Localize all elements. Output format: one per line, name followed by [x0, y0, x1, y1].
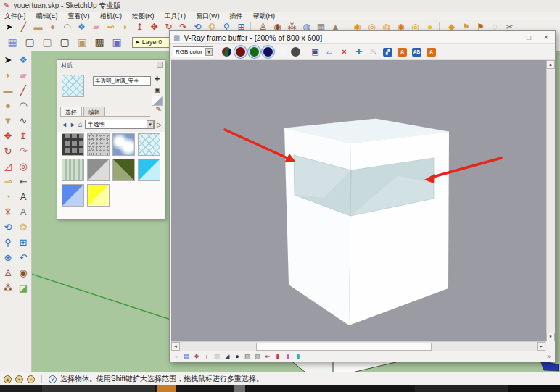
help-icon[interactable]: ? — [49, 375, 57, 383]
scroll-right-icon[interactable]: ► — [537, 342, 545, 351]
freehand-tool[interactable]: ∿ — [16, 114, 30, 128]
look-around-tool[interactable]: ◉ — [16, 266, 30, 280]
rotate-tool[interactable]: ↻ — [1, 144, 15, 159]
push-pull-button[interactable]: ↥ — [133, 21, 147, 33]
shaded-style-button[interactable]: ▣ — [74, 35, 90, 49]
red-channel-button[interactable] — [236, 47, 245, 57]
dimension-tool[interactable]: ⇤ — [16, 175, 30, 189]
xray-style-button[interactable]: ▦ — [4, 35, 20, 49]
select-tool-button[interactable]: ➤ — [2, 21, 16, 33]
taskbar[interactable] — [0, 385, 560, 392]
paint-bucket-button[interactable]: ◗ — [118, 21, 132, 33]
maximize-button[interactable]: □ — [520, 33, 538, 41]
polygon-tool[interactable]: ▼ — [1, 114, 15, 128]
scroll-up-icon[interactable]: ▲ — [546, 60, 555, 69]
material-swatch-olive[interactable] — [112, 159, 135, 181]
compare-b-button[interactable]: A — [427, 48, 436, 57]
menu-item[interactable]: 相机(C) — [100, 12, 123, 21]
material-swatch-yellow[interactable] — [87, 184, 110, 207]
menu-item[interactable]: 文件(F) — [4, 12, 26, 21]
position-camera-tool[interactable]: ♙ — [1, 266, 15, 280]
compare-a-button[interactable]: A — [398, 48, 407, 57]
menu-item[interactable]: 查看(V) — [68, 12, 90, 21]
follow-me-tool[interactable]: ↷ — [16, 144, 30, 159]
mono-channel-button[interactable] — [291, 47, 300, 57]
compare-ab-button[interactable]: AB — [412, 48, 421, 57]
3d-text-tool[interactable]: A — [16, 205, 30, 220]
paint-bucket-tool[interactable]: ◗ — [1, 68, 15, 83]
alpha-channel-button[interactable] — [277, 47, 287, 57]
zoom-extents-tool[interactable]: ⊕ — [1, 251, 15, 265]
material-swatch-blue[interactable] — [62, 184, 84, 207]
select-tool[interactable]: ➤ — [1, 53, 15, 67]
scroll-left-icon[interactable]: ◄ — [171, 342, 180, 351]
material-swatch-gray[interactable] — [87, 159, 110, 181]
menu-item[interactable]: 绘图(R) — [132, 12, 155, 21]
rgb-channel-button[interactable] — [222, 47, 231, 57]
render-last-button[interactable]: ♨ — [368, 47, 378, 57]
back-face-color-sample[interactable] — [152, 96, 163, 106]
swatch-teal[interactable]: ▮ — [295, 352, 302, 361]
vfb-horizontal-scrollbar[interactable]: ◄ ► — [171, 341, 546, 351]
scale-tool[interactable]: ◿ — [1, 159, 15, 174]
sample-paint-icon[interactable]: ✎ — [156, 105, 162, 113]
save-image-button[interactable]: ▣ — [310, 47, 320, 57]
menu-item[interactable]: 工具(T) — [165, 12, 186, 21]
move-tool[interactable]: ✥ — [1, 129, 15, 143]
section-plane-tool[interactable]: ◪ — [16, 281, 30, 296]
create-material-button[interactable]: ✚ — [152, 75, 162, 83]
histogram-button[interactable]: ▥ — [213, 352, 221, 361]
pan-tool[interactable]: ❂ — [16, 220, 30, 235]
arc-tool[interactable]: ◠ — [16, 99, 30, 113]
circle-tool[interactable]: ● — [1, 99, 15, 113]
make-component-button[interactable]: ❖ — [75, 21, 88, 33]
materials-panel-close-button[interactable] — [157, 62, 163, 68]
material-swatch-glass-safety[interactable] — [138, 133, 160, 156]
monochrome-style-button[interactable]: ▣ — [109, 35, 125, 49]
stamp-button[interactable]: ▫ — [173, 352, 180, 361]
minimize-button[interactable]: – — [503, 33, 520, 41]
blue-channel-button[interactable] — [263, 47, 273, 57]
load-image-button[interactable]: ▱ — [325, 47, 334, 57]
previous-view-tool[interactable]: ↶ — [16, 251, 30, 265]
push-pull-tool[interactable]: ↥ — [16, 129, 30, 143]
materials-tab[interactable]: 选择 — [60, 107, 82, 116]
exposure-button[interactable]: ● — [234, 352, 241, 361]
arc-tool-button[interactable]: ◠ — [60, 21, 74, 33]
channel-dropdown-arrow-icon[interactable]: ▾ — [205, 48, 213, 56]
lut-button[interactable]: ▧ — [254, 352, 261, 361]
offset-tool[interactable]: ◎ — [16, 159, 30, 174]
geo-location-icon[interactable]: ◉ — [4, 375, 12, 383]
eraser-tool-button[interactable]: ▰ — [89, 21, 103, 33]
wireframe-style-button[interactable]: ▢ — [39, 35, 55, 49]
menu-item[interactable]: 窗口(W) — [196, 12, 220, 21]
vfb-expand-chevron-icon[interactable]: » — [547, 353, 551, 360]
material-swatch-metal-grid[interactable] — [62, 133, 84, 156]
move-tool-button[interactable]: ✥ — [147, 21, 161, 33]
details-arrow-icon[interactable]: ▷ — [157, 121, 162, 128]
pixel-info-button[interactable]: i — [203, 352, 210, 361]
set-default-paint-button[interactable]: ▣ — [152, 86, 162, 94]
eraser-tool[interactable]: ▰ — [16, 68, 30, 83]
collection-dropdown-arrow-icon[interactable]: ▾ — [147, 120, 154, 128]
line-tool[interactable]: ╱ — [16, 83, 30, 98]
close-button[interactable]: × — [538, 33, 555, 41]
lens-effects-button[interactable]: ▞ — [383, 48, 392, 57]
tape-measure-tool[interactable]: ⊸ — [1, 175, 15, 189]
hidden-line-style-button[interactable]: ▢ — [57, 35, 73, 49]
zoom-window-tool[interactable]: ⊞ — [16, 235, 30, 250]
curves-button[interactable]: ◢ — [223, 352, 231, 361]
collection-dropdown[interactable]: 半透明 ▾ — [85, 120, 155, 129]
rectangle-tool[interactable]: ▬ — [1, 83, 15, 98]
orbit-tool[interactable]: ⟲ — [1, 220, 15, 235]
scrollbar-thumb[interactable] — [256, 343, 432, 351]
material-swatch-stripes[interactable] — [62, 159, 84, 181]
green-channel-button[interactable] — [250, 47, 259, 57]
home-icon[interactable]: ⌂ — [78, 120, 83, 128]
signin-icon[interactable]: ◔ — [27, 375, 35, 383]
material-swatch-sky[interactable] — [112, 133, 135, 156]
vfb-vertical-scrollbar[interactable]: ▲ ▼ — [546, 60, 555, 341]
scroll-down-icon[interactable]: ▼ — [546, 333, 555, 341]
walk-tool[interactable]: ⁂ — [1, 281, 15, 296]
forward-arrow-icon[interactable]: ► — [70, 121, 76, 128]
